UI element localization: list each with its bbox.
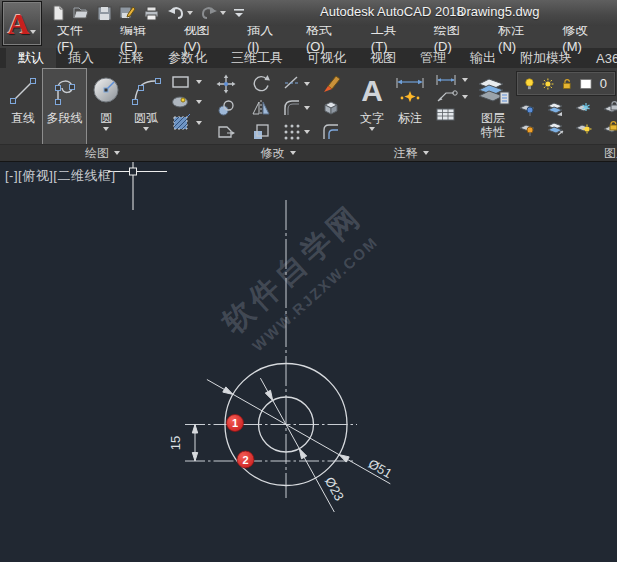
leader-button[interactable]	[435, 90, 468, 103]
fillet-dropdown-icon	[304, 106, 310, 110]
hatch-button[interactable]	[171, 114, 202, 132]
rectangle-dropdown-icon	[196, 80, 202, 84]
layer-freeze-button[interactable]	[574, 100, 592, 116]
rectangle-button[interactable]	[171, 74, 202, 90]
layer-make-current-button[interactable]	[546, 100, 564, 116]
open-file-button[interactable]	[73, 5, 90, 21]
leader-dropdown-icon	[462, 95, 468, 99]
panel-annotation: A 文字	[351, 68, 471, 161]
move-button[interactable]	[216, 74, 236, 94]
explode-icon	[321, 98, 341, 118]
layer-unlock-tool-button[interactable]	[602, 120, 617, 136]
tab-add-ins[interactable]: 附加模块	[508, 48, 584, 68]
draw-panel-footer[interactable]: 绘图	[0, 144, 205, 161]
text-button[interactable]: A 文字	[354, 69, 390, 144]
plot-button[interactable]	[143, 5, 160, 21]
layer-previous-button[interactable]	[546, 120, 564, 136]
layer-unlock-icon	[562, 76, 572, 92]
fillet-icon	[282, 98, 302, 118]
marker-1-label: 1	[232, 417, 238, 429]
menu-insert[interactable]: 插入(I)	[236, 26, 295, 48]
circle-button[interactable]: 圆	[86, 69, 126, 144]
trim-button[interactable]	[282, 74, 310, 94]
redo-button[interactable]	[200, 5, 226, 21]
dimension-button[interactable]: 标注	[390, 69, 430, 144]
menu-edit[interactable]: 编辑(E)	[109, 26, 173, 48]
polyline-button[interactable]: 多段线	[43, 69, 87, 144]
stretch-button[interactable]	[216, 122, 236, 142]
array-button[interactable]	[282, 122, 310, 142]
tab-3d-tools[interactable]: 三维工具	[219, 48, 295, 68]
undo-button[interactable]	[167, 5, 193, 21]
viewport-controls[interactable]: [-][俯视][二维线框]	[5, 167, 116, 185]
rotate-button[interactable]	[251, 74, 271, 94]
tab-output[interactable]: 输出	[458, 48, 508, 68]
layer-state-control[interactable]: 0	[516, 71, 616, 96]
scale-button[interactable]	[251, 122, 271, 142]
layers-panel-footer[interactable]: 图层	[471, 144, 617, 161]
tab-view[interactable]: 视图	[358, 48, 408, 68]
erase-brush-icon	[321, 74, 341, 94]
fillet-button[interactable]	[282, 98, 310, 118]
line-button[interactable]: 直线	[3, 69, 43, 144]
layer-thaw-button[interactable]	[574, 120, 592, 136]
explode-button[interactable]	[321, 98, 341, 118]
tab-parametric[interactable]: 参数化	[156, 48, 219, 68]
app-menu-button[interactable]: A	[2, 1, 42, 46]
hatch-icon	[171, 114, 193, 132]
arc-button[interactable]: 圆弧	[126, 69, 166, 144]
offset-button[interactable]	[321, 122, 341, 142]
copy-button[interactable]	[216, 98, 236, 118]
ribbon-tab-bar: 默认 插入 注释 参数化 三维工具 可视化 视图 管理 输出 附加模块 A360…	[0, 48, 617, 68]
table-button[interactable]	[435, 107, 468, 122]
new-file-button[interactable]	[50, 5, 66, 21]
redo-dropdown-icon	[220, 11, 226, 15]
save-button[interactable]	[97, 6, 112, 21]
draw-panel-label: 绘图	[85, 145, 109, 162]
rectangle-icon	[171, 74, 193, 90]
text-label: 文字	[360, 111, 384, 125]
customize-icon	[233, 6, 245, 20]
tab-home[interactable]: 默认	[6, 48, 56, 68]
tab-visualize[interactable]: 可视化	[295, 48, 358, 68]
save-as-button[interactable]	[119, 5, 136, 21]
copy-icon	[216, 98, 236, 118]
menu-view[interactable]: 视图(V)	[173, 26, 237, 48]
tab-annotate[interactable]: 注释	[106, 48, 156, 68]
erase-button[interactable]	[321, 74, 341, 94]
customize-qat-button[interactable]	[233, 6, 245, 20]
menu-bar: 文件(F) 编辑(E) 视图(V) 插入(I) 格式(O) 工具(T) 绘图(D…	[0, 26, 617, 48]
linear-dim-button[interactable]	[435, 74, 468, 86]
menu-dimension[interactable]: 标注(N)	[487, 26, 551, 48]
mirror-icon	[251, 98, 271, 118]
menu-modify[interactable]: 修改(M)	[551, 26, 617, 48]
model-space-canvas[interactable]: [-][俯视][二维线框] 软件自学网 WWW.RJZXW.COM	[0, 162, 617, 562]
annotation-panel-footer[interactable]: 注释	[351, 144, 471, 161]
scale-icon	[251, 122, 271, 142]
circle-label: 圆	[100, 111, 112, 125]
modify-panel-footer[interactable]: 修改	[205, 144, 351, 161]
current-layer-name: 0	[600, 76, 607, 91]
layer-isolate-button[interactable]	[518, 100, 536, 116]
circle-icon	[89, 71, 123, 111]
centerlines	[185, 200, 357, 498]
layer-lock-button[interactable]	[602, 100, 617, 116]
polyline-icon	[48, 71, 82, 111]
tab-a360[interactable]: A360	[584, 48, 617, 68]
menu-format[interactable]: 格式(O)	[295, 26, 360, 48]
save-as-icon	[119, 5, 136, 21]
tab-manage[interactable]: 管理	[408, 48, 458, 68]
ellipse-button[interactable]	[171, 94, 202, 110]
dim-text-large: Ø51	[366, 456, 395, 481]
mirror-button[interactable]	[251, 98, 271, 118]
dimension-icon	[393, 71, 427, 111]
linear-dim-dropdown-icon	[462, 78, 468, 82]
tab-insert[interactable]: 插入	[56, 48, 106, 68]
document-title: Drawing5.dwg	[457, 4, 539, 19]
layer-unisolate-button[interactable]	[518, 120, 536, 136]
menu-file[interactable]: 文件(F)	[46, 26, 109, 48]
menu-tools[interactable]: 工具(T)	[360, 26, 423, 48]
menu-draw[interactable]: 绘图(D)	[423, 26, 487, 48]
quick-access-toolbar	[50, 3, 245, 23]
layer-properties-button[interactable]: 图层 特性	[474, 69, 512, 144]
